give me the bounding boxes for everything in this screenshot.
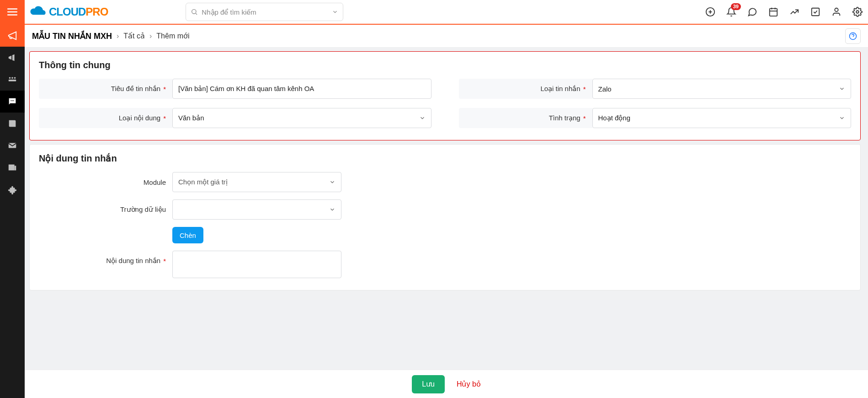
row-module: Module Chọn một giá trị [39,172,851,192]
label-message-title: Tiêu đề tin nhắn [111,85,160,93]
sidebar-item-message-icon[interactable] [0,91,25,113]
insert-button[interactable]: Chèn [172,227,203,243]
required-mark: * [583,114,586,122]
topbar: CLOUDPRO 39 [0,0,868,25]
chevron-down-icon [839,115,845,121]
main: MẪU TIN NHẮN MXH › Tất cả › Thêm mới Thô… [25,25,868,398]
select-module-placeholder: Chọn một giá trị [178,178,228,186]
select-content-type-value: Văn bản [178,114,204,122]
gear-icon[interactable] [852,7,863,17]
row-message-type: Loại tin nhắn * Zalo [459,79,852,99]
search-wrap [186,3,343,21]
chat-icon[interactable] [747,7,757,17]
breadcrumb-all[interactable]: Tất cả [123,32,145,40]
topbar-actions: 39 [705,7,863,17]
label-content-type: Loại nội dung [119,114,160,122]
breadcrumb-bar: MẪU TIN NHẮN MXH › Tất cả › Thêm mới [25,25,868,48]
required-mark: * [583,85,586,93]
chevron-down-icon [839,86,845,92]
sidebar-item-news-icon[interactable] [0,156,25,178]
hamburger-button[interactable] [0,0,25,24]
svg-point-20 [12,100,13,101]
select-field[interactable] [172,199,341,220]
left-sidebar [0,25,25,398]
global-search[interactable] [186,3,343,21]
svg-point-14 [856,11,859,13]
required-mark: * [163,114,166,122]
row-insert: Chèn [39,227,851,243]
svg-rect-12 [812,8,820,16]
content-scroll[interactable]: Thông tin chung Tiêu đề tin nhắn * [25,48,868,398]
svg-point-15 [9,77,11,79]
label-module: Module [144,178,166,186]
brand-logo[interactable]: CLOUDPRO [29,5,108,18]
svg-point-16 [11,77,13,79]
chevron-right-icon: › [117,32,119,40]
sidebar-item-book-icon[interactable] [0,113,25,134]
panel-general-info: Thông tin chung Tiêu đề tin nhắn * [29,51,861,140]
required-mark: * [163,257,166,265]
search-input[interactable] [202,8,328,16]
select-status-value: Hoạt động [598,114,631,122]
label-field: Trường dữ liệu [120,205,166,214]
svg-point-17 [14,77,16,79]
bell-icon[interactable]: 39 [726,7,736,17]
help-button[interactable] [845,28,861,44]
notif-badge: 39 [731,3,741,10]
chart-icon[interactable] [789,7,799,17]
row-status: Tình trạng * Hoạt động [459,108,852,128]
row-message-title: Tiêu đề tin nhắn * [39,79,431,99]
svg-rect-18 [9,80,16,81]
panel-content-title: Nội dung tin nhắn [30,145,860,172]
svg-rect-23 [9,165,15,171]
save-button[interactable]: Lưu [412,375,445,393]
input-body[interactable] [172,251,341,278]
cancel-button[interactable]: Hủy bỏ [457,380,481,388]
row-content-type: Loại nội dung * Văn bản [39,108,431,128]
svg-line-4 [196,13,197,15]
chevron-down-icon [419,115,426,121]
svg-point-19 [11,100,11,101]
panel-message-content: Nội dung tin nhắn Module Chọn một giá tr… [29,144,861,290]
sidebar-item-group-icon[interactable] [0,69,25,91]
add-icon[interactable] [705,7,715,17]
user-icon[interactable] [831,7,841,17]
svg-rect-24 [15,166,16,170]
task-icon[interactable] [810,7,820,17]
chevron-right-icon: › [149,32,152,40]
sidebar-item-announce-icon[interactable] [0,47,25,69]
select-status[interactable]: Hoạt động [592,108,852,128]
required-mark: * [163,85,166,93]
sidebar-item-mail-icon[interactable] [0,134,25,156]
calendar-icon[interactable] [768,7,778,17]
select-module[interactable]: Chọn một giá trị [172,172,341,192]
select-content-type[interactable]: Văn bản [172,108,431,128]
select-message-type-value: Zalo [598,85,612,93]
row-body: Nội dung tin nhắn * [39,251,851,278]
input-message-title[interactable] [172,79,431,99]
sidebar-item-plugin-icon[interactable] [0,178,25,200]
chevron-down-icon [329,179,335,185]
footer-actions: Lưu Hủy bỏ [25,370,868,398]
chevron-down-icon [329,206,335,213]
panel-general-title: Thông tin chung [30,52,860,79]
row-field: Trường dữ liệu [39,199,851,220]
svg-point-3 [192,10,196,14]
select-message-type[interactable]: Zalo [592,79,852,99]
breadcrumb-module[interactable]: MẪU TIN NHẮN MXH [32,31,112,41]
svg-point-21 [13,100,14,101]
svg-point-13 [835,8,838,11]
label-message-type: Loại tin nhắn [540,85,580,93]
svg-rect-8 [770,9,777,16]
label-status: Tình trạng [549,114,580,122]
breadcrumb-current: Thêm mới [156,32,189,40]
sidebar-item-campaign-icon[interactable] [0,25,25,47]
label-body: Nội dung tin nhắn [106,257,160,265]
